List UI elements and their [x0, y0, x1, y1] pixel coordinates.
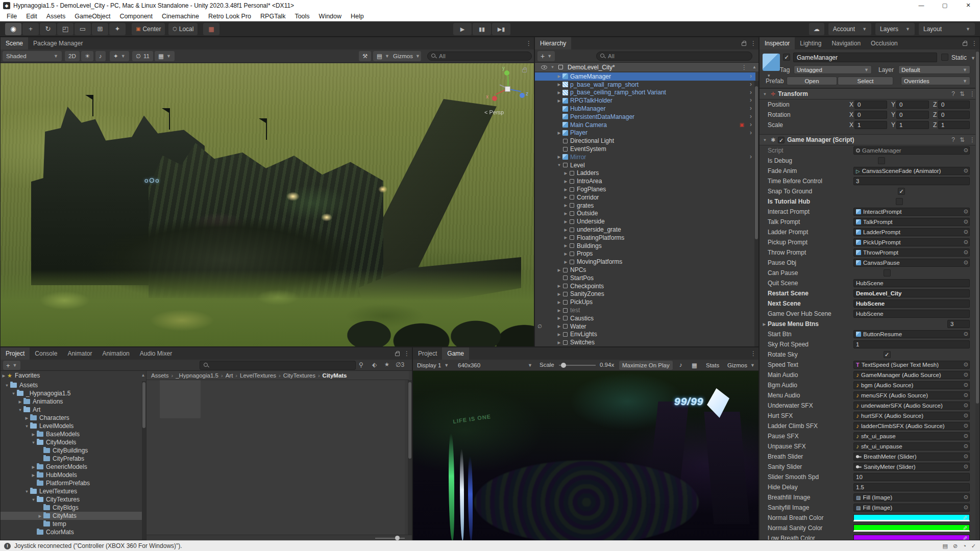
checkbox[interactable]: ✓ [898, 188, 905, 195]
foldout-icon[interactable]: ▶ [562, 179, 569, 184]
hierarchy-item[interactable]: ▶p_base_ceiling_ramp_short Variant› [535, 89, 755, 97]
object-picker-icon[interactable]: ⊙ [964, 422, 968, 429]
hierarchy-item[interactable]: ▶Mirror› [535, 153, 755, 161]
breadcrumb-segment[interactable]: LevelTextures [240, 372, 276, 379]
status-message[interactable]: Joystick reconnected ("Controller (XBOX … [14, 542, 182, 549]
tab-lighting[interactable]: Lighting [795, 37, 826, 49]
prefab-overrides-dropdown[interactable]: Overrides▼ [901, 77, 970, 85]
folder-tree-item[interactable]: ▶BaseModels [1, 430, 142, 438]
hierarchy-scrollbar[interactable] [754, 81, 758, 346]
hierarchy-search-input[interactable]: All [596, 52, 752, 61]
layer-dropdown[interactable]: Default▼ [898, 65, 970, 74]
text-field[interactable]: DemoLevel_City [853, 289, 970, 297]
breadcrumb-segment[interactable]: _Hypnagogia1.5 [176, 372, 218, 379]
foldout-icon[interactable]: ▼ [30, 497, 37, 502]
tag-dropdown[interactable]: Untagged▼ [794, 65, 872, 74]
folder-tree-item[interactable]: PlatformPrefabs [1, 479, 142, 487]
menu-item-cinemachine[interactable]: Cinemachine [157, 11, 204, 21]
menu-item-component[interactable]: Component [115, 11, 157, 21]
object-picker-icon[interactable]: ⊙ [964, 463, 968, 470]
object-field[interactable]: ♪underwaterSFX (Audio Source)⊙ [853, 402, 970, 410]
color-swatch[interactable]: ✎ [853, 514, 970, 521]
scene-root-row[interactable]: ▼ DemoLevel_City* ⋮ ▲ [535, 63, 758, 71]
foldout-icon[interactable]: ▼ [17, 408, 23, 412]
color-swatch[interactable]: ✎ [853, 524, 970, 532]
2d-toggle-button[interactable]: 2D [65, 51, 80, 61]
transform-position-x-field[interactable]: 0 [854, 101, 887, 109]
progress-icon[interactable]: ✓ [971, 543, 976, 549]
static-dropdown-icon[interactable]: ▼ [971, 56, 975, 61]
foldout-icon[interactable]: ▶ [17, 399, 23, 404]
object-field[interactable]: GameManager⊙ [853, 146, 970, 155]
transform-position-z-field[interactable]: 0 [938, 101, 970, 109]
menu-item-help[interactable]: Help [346, 11, 369, 21]
object-field[interactable]: ♪hurtSFX (Audio Source)⊙ [853, 412, 970, 420]
close-button[interactable]: ✕ [957, 0, 980, 11]
scale-slider-knob[interactable] [561, 363, 566, 368]
scale-tool-button[interactable]: ◰ [57, 23, 74, 35]
hierarchy-item[interactable]: ▶Ladders [535, 169, 755, 178]
lock-icon[interactable] [963, 42, 967, 46]
hierarchy-item[interactable]: ▶underside_grate [535, 226, 755, 234]
menu-item-retro-look-pro[interactable]: Retro Look Pro [204, 11, 256, 21]
collab-icon[interactable]: ⊘ [953, 543, 958, 549]
foldout-icon[interactable]: ▶ [556, 82, 562, 87]
axis-z-cone[interactable] [520, 93, 525, 98]
hierarchy-item[interactable]: ▶Caustics [535, 314, 755, 322]
folder-tree-item[interactable]: CityBuildings [1, 446, 142, 455]
object-field[interactable]: TalkPrompt⊙ [853, 218, 970, 226]
hierarchy-item[interactable]: EventSystem [535, 145, 755, 153]
foldout-icon[interactable]: ▶ [556, 74, 562, 79]
kebab-menu-icon[interactable]: ⋮ [969, 90, 975, 97]
object-picker-icon[interactable]: ⊙ [964, 218, 968, 225]
object-field[interactable]: ♪bgm (Audio Source)⊙ [853, 381, 970, 389]
text-field[interactable]: 3 [853, 177, 970, 185]
object-picker-icon[interactable]: ⊙ [964, 229, 968, 235]
checkbox[interactable] [878, 157, 885, 164]
hierarchy-item[interactable]: Main Camera▣› [535, 121, 755, 129]
object-field[interactable]: ♪menuSFX (Audio Source)⊙ [853, 391, 970, 399]
hierarchy-item[interactable]: PersistentDataManager› [535, 113, 755, 121]
grid-visibility-dropdown[interactable]: ▦▼ [155, 51, 175, 61]
foldout-icon[interactable]: ▶ [556, 332, 562, 337]
transform-position-y-field[interactable]: 0 [896, 101, 929, 109]
search-by-label-icon[interactable]: ⬖ [372, 361, 377, 368]
object-field[interactable]: PickUpPrompt⊙ [853, 238, 970, 246]
foldout-icon[interactable]: ▼ [30, 440, 37, 445]
prefab-nav-arrow[interactable]: › [750, 89, 752, 96]
hierarchy-item[interactable]: ▶Water∅ [535, 322, 755, 331]
view-tool-button[interactable]: ◉ [5, 23, 21, 35]
object-field[interactable]: BreathMeter (Slider)⊙ [853, 453, 970, 461]
foldout-icon[interactable]: ▶ [556, 268, 562, 272]
menu-item-assets[interactable]: Assets [42, 11, 70, 21]
foldout-icon[interactable]: ▶ [37, 514, 43, 518]
resolution-dropdown[interactable]: 640x360▼ [455, 361, 535, 370]
axis-center-cube[interactable] [505, 86, 510, 92]
thumbnail-size-slider[interactable] [375, 538, 405, 539]
favorites-row[interactable]: ▶ ★ Favorites [1, 371, 146, 380]
hierarchy-item[interactable]: ▶EnvLights [535, 331, 755, 339]
cloud-button[interactable]: ☁ [809, 23, 824, 35]
tab-audio-mixer[interactable]: Audio Mixer [135, 347, 177, 360]
hierarchy-item[interactable]: ▶p_base_wall_ramp_short› [535, 81, 755, 89]
object-picker-icon[interactable]: ⊙ [964, 402, 968, 409]
object-picker-icon[interactable]: ⊙ [964, 443, 968, 449]
menu-item-tools[interactable]: Tools [290, 11, 314, 21]
object-field[interactable]: ♪sfx_ui_unpause⊙ [853, 442, 970, 450]
tab-animator[interactable]: Animator [62, 347, 97, 360]
hierarchy-item[interactable]: ▶SanityZones [535, 290, 755, 298]
static-checkbox[interactable] [941, 54, 948, 61]
folder-tree-item[interactable]: ▼CityTextures [1, 495, 142, 504]
breadcrumb-segment[interactable]: CityMats [323, 372, 347, 379]
object-field[interactable]: ThrowPrompt⊙ [853, 248, 970, 257]
foldout-icon[interactable]: ▼ [762, 138, 768, 142]
folder-tree-item[interactable]: ▼_Hypnagogia1.5 [1, 389, 142, 397]
tab-occlusion[interactable]: Occlusion [866, 37, 903, 49]
scene-search-input[interactable]: All [427, 52, 532, 61]
foldout-icon[interactable]: ▶ [562, 228, 569, 232]
hierarchy-item[interactable]: ▶PickUps [535, 298, 755, 306]
transform-component-header[interactable]: ▼ ✛ Transform ?⇅⋮ [760, 88, 979, 99]
hierarchy-item[interactable]: ▶Buildings [535, 242, 755, 250]
hierarchy-item[interactable]: ▶Outside [535, 210, 755, 218]
tab-project[interactable]: Project [1, 347, 30, 360]
